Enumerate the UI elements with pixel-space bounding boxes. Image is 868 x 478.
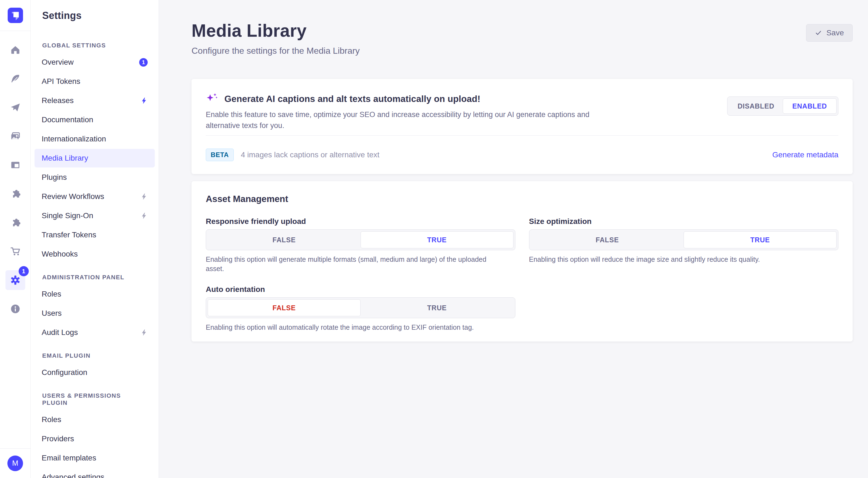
field-label: Size optimization bbox=[529, 217, 839, 226]
sidebar-item-label: Single Sign-On bbox=[42, 211, 93, 220]
responsive-upload-toggle: FALSE TRUE bbox=[206, 230, 516, 250]
sidebar-item-documentation[interactable]: Documentation bbox=[34, 111, 155, 129]
sidebar-item-label: Roles bbox=[42, 415, 61, 424]
sidebar-item-audit-logs[interactable]: Audit Logs bbox=[34, 323, 155, 342]
sidebar-item-plugins[interactable]: Plugins bbox=[34, 168, 155, 187]
page-title: Media Library bbox=[191, 21, 360, 40]
lightning-icon bbox=[140, 212, 148, 219]
nav-settings[interactable]: 1 bbox=[5, 270, 25, 290]
overview-badge: 1 bbox=[139, 58, 148, 67]
nav-releases[interactable] bbox=[5, 97, 25, 117]
check-icon bbox=[815, 29, 822, 36]
nav-content-manager[interactable] bbox=[5, 155, 25, 175]
main-nav-rail: 1 bbox=[0, 0, 31, 478]
paper-plane-icon bbox=[9, 102, 21, 113]
ai-banner-description: Enable this feature to save time, optimi… bbox=[206, 109, 625, 131]
field-hint: Enabling this option will automatically … bbox=[206, 323, 496, 332]
lightning-icon bbox=[140, 193, 148, 200]
home-icon bbox=[9, 44, 21, 56]
sidebar-item-overview[interactable]: Overview 1 bbox=[34, 53, 155, 71]
sidebar-item-label: Review Workflows bbox=[42, 192, 104, 201]
strapi-logo[interactable] bbox=[8, 8, 23, 23]
sidebar-item-label: Email templates bbox=[42, 454, 96, 462]
toggle-option-false[interactable]: FALSE bbox=[208, 231, 361, 248]
sparkles-icon bbox=[206, 93, 218, 105]
sidebar-item-media-library[interactable]: Media Library bbox=[34, 149, 155, 168]
info-icon bbox=[9, 303, 21, 315]
nav-content-type-builder[interactable] bbox=[5, 69, 25, 89]
nav-marketplace[interactable] bbox=[5, 241, 25, 261]
nav-plugins[interactable] bbox=[5, 184, 25, 204]
media-icon bbox=[9, 130, 21, 142]
cart-icon bbox=[9, 246, 21, 257]
section-administration-panel: ADMINISTRATION PANEL Roles Users Audit L… bbox=[34, 270, 155, 342]
sidebar-item-configuration[interactable]: Configuration bbox=[34, 363, 155, 382]
page-header-text: Media Library Configure the settings for… bbox=[191, 21, 360, 56]
section-global-settings: GLOBAL SETTINGS Overview 1 API Tokens Re… bbox=[34, 38, 155, 263]
generate-metadata-link[interactable]: Generate metadata bbox=[772, 150, 838, 159]
auto-orientation-toggle: FALSE TRUE bbox=[206, 297, 516, 318]
sidebar-item-label: Plugins bbox=[42, 173, 67, 182]
field-label: Responsive friendly upload bbox=[206, 217, 516, 226]
puzzle-icon bbox=[9, 217, 21, 228]
toggle-option-enabled[interactable]: ENABLED bbox=[783, 98, 836, 114]
puzzle-icon bbox=[9, 188, 21, 200]
sidebar-item-label: API Tokens bbox=[42, 77, 80, 86]
sidebar-item-roles[interactable]: Roles bbox=[34, 285, 155, 303]
sidebar-item-label: Overview bbox=[42, 58, 74, 67]
sidebar-item-webhooks[interactable]: Webhooks bbox=[34, 245, 155, 263]
field-size-optimization: Size optimization FALSE TRUE Enabling th… bbox=[529, 217, 839, 273]
ai-captions-banner: Generate AI captions and alt texts autom… bbox=[191, 79, 852, 174]
field-label: Auto orientation bbox=[206, 285, 516, 294]
sidebar-item-label: Transfer Tokens bbox=[42, 231, 96, 239]
sidebar-item-api-tokens[interactable]: API Tokens bbox=[34, 72, 155, 91]
gear-icon bbox=[9, 274, 21, 286]
section-header: ADMINISTRATION PANEL bbox=[34, 270, 155, 285]
sidebar-item-users[interactable]: Users bbox=[34, 304, 155, 323]
ai-banner-text: Generate AI captions and alt texts autom… bbox=[206, 93, 711, 131]
rail-nav: 1 bbox=[0, 31, 30, 328]
nav-media-library[interactable] bbox=[5, 126, 25, 146]
field-hint: Enabling this option will generate multi… bbox=[206, 255, 496, 273]
save-button[interactable]: Save bbox=[806, 24, 852, 42]
sidebar-item-internationalization[interactable]: Internationalization bbox=[34, 130, 155, 148]
toggle-option-false[interactable]: FALSE bbox=[531, 231, 684, 248]
sidebar-item-label: Configuration bbox=[42, 368, 87, 377]
field-hint: Enabling this option will reduce the ima… bbox=[529, 255, 819, 264]
sidebar-item-email-templates[interactable]: Email templates bbox=[34, 449, 155, 467]
toggle-option-disabled[interactable]: DISABLED bbox=[729, 98, 783, 114]
sidebar-item-providers[interactable]: Providers bbox=[34, 429, 155, 448]
section-users-permissions-plugin: USERS & PERMISSIONS PLUGIN Roles Provide… bbox=[34, 388, 155, 478]
ai-banner-footer: BETA 4 images lack captions or alternati… bbox=[191, 136, 852, 174]
settings-notification-badge: 1 bbox=[19, 266, 29, 276]
feather-icon bbox=[9, 73, 21, 84]
ai-banner-row: Generate AI captions and alt texts autom… bbox=[191, 79, 852, 136]
sidebar-item-label: Media Library bbox=[42, 154, 88, 162]
rail-top bbox=[0, 0, 30, 31]
sidebar-item-label: Documentation bbox=[42, 115, 93, 124]
sidebar-item-label: Webhooks bbox=[42, 250, 78, 259]
user-avatar[interactable]: M bbox=[7, 455, 23, 471]
sidebar-item-up-roles[interactable]: Roles bbox=[34, 410, 155, 429]
sidebar-title: Settings bbox=[42, 10, 82, 21]
sidebar-item-transfer-tokens[interactable]: Transfer Tokens bbox=[34, 226, 155, 244]
sidebar-item-label: Releases bbox=[42, 96, 74, 105]
size-optimization-toggle: FALSE TRUE bbox=[529, 230, 839, 250]
toggle-option-true[interactable]: TRUE bbox=[361, 231, 514, 248]
nav-help[interactable] bbox=[5, 299, 25, 319]
toggle-option-true[interactable]: TRUE bbox=[684, 231, 836, 248]
page-header: Media Library Configure the settings for… bbox=[191, 0, 852, 56]
nav-home[interactable] bbox=[5, 40, 25, 60]
toggle-option-true[interactable]: TRUE bbox=[361, 299, 514, 316]
field-responsive-friendly-upload: Responsive friendly upload FALSE TRUE En… bbox=[206, 217, 516, 273]
save-button-label: Save bbox=[826, 29, 844, 37]
sidebar-item-single-sign-on[interactable]: Single Sign-On bbox=[34, 206, 155, 225]
beta-badge: BETA bbox=[206, 149, 234, 161]
toggle-option-false[interactable]: FALSE bbox=[208, 299, 361, 316]
sidebar-item-label: Providers bbox=[42, 435, 74, 443]
nav-marketplace-plugins[interactable] bbox=[5, 213, 25, 232]
sidebar-item-releases[interactable]: Releases bbox=[34, 91, 155, 110]
section-header: USERS & PERMISSIONS PLUGIN bbox=[34, 388, 155, 410]
sidebar-item-advanced-settings[interactable]: Advanced settings bbox=[34, 468, 155, 478]
sidebar-item-review-workflows[interactable]: Review Workflows bbox=[34, 187, 155, 206]
